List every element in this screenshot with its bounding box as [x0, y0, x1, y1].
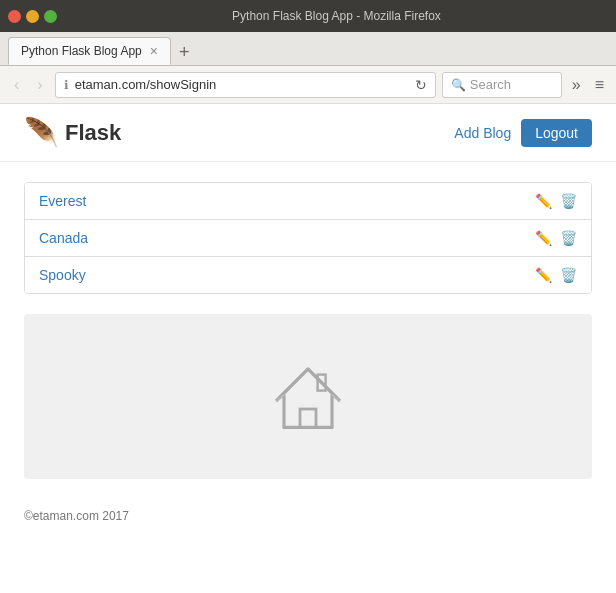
add-blog-button[interactable]: Add Blog	[454, 125, 511, 141]
info-icon: ℹ	[64, 78, 69, 92]
blog-item: Everest ✏️ 🗑️	[25, 183, 591, 220]
navbar: ‹ › ℹ etaman.com/showSignin ↻ 🔍 Search »…	[0, 66, 616, 104]
maximize-window-button[interactable]	[44, 10, 57, 23]
edit-blog-0-icon[interactable]: ✏️	[535, 193, 552, 209]
flask-logo-icon: 🪶	[24, 116, 59, 149]
address-text: etaman.com/showSignin	[75, 77, 409, 92]
page-header: 🪶 Flask Add Blog Logout	[0, 104, 616, 162]
home-image-area	[24, 314, 592, 479]
titlebar: Python Flask Blog App - Mozilla Firefox	[0, 0, 616, 32]
search-placeholder: Search	[470, 77, 511, 92]
edit-blog-2-icon[interactable]: ✏️	[535, 267, 552, 283]
tabbar: Python Flask Blog App × +	[0, 32, 616, 66]
minimize-window-button[interactable]	[26, 10, 39, 23]
menu-button[interactable]: ≡	[591, 74, 608, 96]
header-actions: Add Blog Logout	[454, 119, 592, 147]
delete-blog-0-icon[interactable]: 🗑️	[560, 193, 577, 209]
address-bar[interactable]: ℹ etaman.com/showSignin ↻	[55, 72, 436, 98]
tab-close-button[interactable]: ×	[150, 44, 158, 58]
close-window-button[interactable]	[8, 10, 21, 23]
home-icon	[268, 357, 348, 437]
logo: 🪶 Flask	[24, 116, 121, 149]
reload-button[interactable]: ↻	[415, 77, 427, 93]
search-box[interactable]: 🔍 Search	[442, 72, 562, 98]
blog-list: Everest ✏️ 🗑️ Canada ✏️ 🗑️ Spooky ✏️ 🗑️	[24, 182, 592, 294]
blog-actions-0: ✏️ 🗑️	[535, 193, 577, 209]
new-tab-button[interactable]: +	[171, 42, 198, 63]
forward-button[interactable]: ›	[31, 74, 48, 96]
search-icon: 🔍	[451, 78, 466, 92]
page-footer: ©etaman.com 2017	[0, 499, 616, 533]
logo-text: Flask	[65, 120, 121, 146]
window-title: Python Flask Blog App - Mozilla Firefox	[65, 9, 608, 23]
blog-item: Spooky ✏️ 🗑️	[25, 257, 591, 293]
window-controls	[8, 10, 57, 23]
back-button[interactable]: ‹	[8, 74, 25, 96]
footer-text: ©etaman.com 2017	[24, 509, 129, 523]
blog-actions-1: ✏️ 🗑️	[535, 230, 577, 246]
active-tab[interactable]: Python Flask Blog App ×	[8, 37, 171, 65]
blog-name-canada[interactable]: Canada	[39, 230, 88, 246]
blog-actions-2: ✏️ 🗑️	[535, 267, 577, 283]
tab-label: Python Flask Blog App	[21, 44, 142, 58]
edit-blog-1-icon[interactable]: ✏️	[535, 230, 552, 246]
logout-button[interactable]: Logout	[521, 119, 592, 147]
svg-rect-0	[300, 409, 316, 427]
overflow-button[interactable]: »	[568, 74, 585, 96]
delete-blog-1-icon[interactable]: 🗑️	[560, 230, 577, 246]
blog-name-everest[interactable]: Everest	[39, 193, 86, 209]
blog-item: Canada ✏️ 🗑️	[25, 220, 591, 257]
page-content: 🪶 Flask Add Blog Logout Everest ✏️ 🗑️ Ca…	[0, 104, 616, 593]
blog-name-spooky[interactable]: Spooky	[39, 267, 86, 283]
delete-blog-2-icon[interactable]: 🗑️	[560, 267, 577, 283]
